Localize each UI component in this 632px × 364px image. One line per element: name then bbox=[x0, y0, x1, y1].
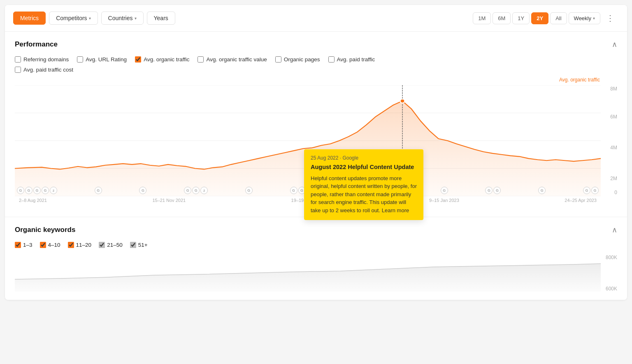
google-update-icon[interactable]: G bbox=[591, 187, 599, 194]
google-update-icon[interactable]: G bbox=[17, 187, 24, 194]
y-label-2m: 2M bbox=[610, 176, 617, 181]
checkbox-avg-url-rating[interactable]: Avg. URL Rating bbox=[77, 56, 127, 63]
organic-keywords-header: Organic keywords ∧ bbox=[15, 225, 617, 234]
google-update-icon[interactable]: G bbox=[245, 187, 253, 194]
checkbox-21-50[interactable]: 21–50 bbox=[99, 242, 123, 248]
y-label-0: 0 bbox=[614, 190, 617, 195]
chevron-down-icon: ▾ bbox=[135, 16, 137, 21]
google-update-icon[interactable]: G bbox=[192, 187, 200, 194]
organic-keywords-title: Organic keywords bbox=[15, 226, 75, 234]
google-update-icon[interactable]: G bbox=[33, 187, 41, 194]
avg-organic-traffic-label: Avg. organic traffic bbox=[559, 77, 600, 83]
tab-competitors[interactable]: Competitors ▾ bbox=[49, 12, 98, 25]
checkbox-avg-paid-traffic[interactable]: Avg. paid traffic bbox=[328, 56, 375, 63]
checkbox-51plus[interactable]: 51+ bbox=[130, 242, 148, 248]
google-update-icon[interactable]: G bbox=[538, 187, 546, 194]
tooltip-body: Helpful content updates promote more ori… bbox=[311, 174, 417, 215]
toolbar: Metrics Competitors ▾ Countries ▾ Years … bbox=[5, 5, 627, 32]
y-label-8m: 8M bbox=[610, 86, 617, 92]
time-1y[interactable]: 1Y bbox=[512, 12, 530, 24]
x-label-jan2023: 9–15 Jan 2023 bbox=[429, 198, 459, 203]
performance-checkboxes-2: Avg. paid traffic cost bbox=[15, 67, 617, 73]
checkbox-4-10[interactable]: 4–10 bbox=[40, 242, 60, 248]
chevron-down-icon: ▾ bbox=[89, 16, 91, 21]
tooltip-title: August 2022 Helpful Content Update bbox=[311, 163, 417, 171]
time-1m[interactable]: 1M bbox=[473, 12, 491, 24]
performance-header: Performance ∧ bbox=[15, 40, 617, 49]
performance-title: Performance bbox=[15, 40, 58, 49]
google-update-icon[interactable]: G bbox=[184, 187, 191, 194]
weekly-dropdown[interactable]: Weekly ▾ bbox=[569, 12, 600, 24]
collapse-keywords-button[interactable]: ∧ bbox=[612, 225, 617, 234]
svg-point-6 bbox=[400, 99, 405, 103]
toolbar-left: Metrics Competitors ▾ Countries ▾ Years bbox=[13, 12, 175, 25]
keywords-chart: 800K 600K bbox=[15, 255, 617, 292]
x-label-apr2023: 24–25 Apr 2023 bbox=[565, 198, 597, 203]
google-update-icon[interactable]: G bbox=[42, 187, 49, 194]
performance-checkboxes: Referring domains Avg. URL Rating Avg. o… bbox=[15, 56, 617, 63]
google-update-icon[interactable]: G bbox=[485, 187, 493, 194]
google-update-icon[interactable]: 2 bbox=[50, 187, 57, 194]
keywords-checkboxes: 1–3 4–10 11–20 21–50 51+ bbox=[15, 242, 617, 248]
google-update-icon[interactable]: G bbox=[441, 187, 448, 194]
checkbox-avg-paid-traffic-cost[interactable]: Avg. paid traffic cost bbox=[15, 67, 73, 73]
kw-y-label-800k: 800K bbox=[606, 255, 617, 260]
google-update-icon[interactable]: G bbox=[583, 187, 590, 194]
y-label-4m: 4M bbox=[610, 145, 617, 151]
google-update-icon[interactable]: G bbox=[25, 187, 33, 194]
x-label-nov2021: 15–21 Nov 2021 bbox=[152, 198, 186, 203]
keywords-chart-svg bbox=[15, 255, 601, 292]
checkbox-avg-organic-traffic-value[interactable]: Avg. organic traffic value bbox=[198, 56, 267, 63]
y-label-6m: 6M bbox=[610, 114, 617, 120]
google-update-icon[interactable]: G bbox=[290, 187, 297, 194]
google-update-icon[interactable]: G bbox=[493, 187, 501, 194]
google-update-icon[interactable]: G bbox=[95, 187, 102, 194]
performance-section: Performance ∧ Referring domains Avg. URL… bbox=[5, 32, 627, 217]
time-all[interactable]: All bbox=[550, 12, 567, 24]
collapse-performance-button[interactable]: ∧ bbox=[612, 40, 617, 49]
tooltip-header: 25 Aug 2022 · Google bbox=[311, 155, 417, 161]
checkbox-referring-domains[interactable]: Referring domains bbox=[15, 56, 69, 63]
time-6m[interactable]: 6M bbox=[493, 12, 511, 24]
toolbar-right: 1M 6M 1Y 2Y All Weekly ▾ ⋮ bbox=[473, 11, 619, 26]
tab-countries[interactable]: Countries ▾ bbox=[101, 12, 144, 25]
tab-years[interactable]: Years bbox=[147, 12, 175, 25]
more-options-button[interactable]: ⋮ bbox=[602, 11, 619, 26]
x-label-aug2021: 2–8 Aug 2021 bbox=[19, 198, 47, 203]
checkbox-organic-pages[interactable]: Organic pages bbox=[275, 56, 320, 63]
google-update-icon[interactable]: G bbox=[139, 187, 146, 194]
checkbox-11-20[interactable]: 11–20 bbox=[68, 242, 92, 248]
checkbox-avg-organic-traffic[interactable]: Avg. organic traffic bbox=[135, 56, 189, 63]
google-update-icon[interactable]: 2 bbox=[200, 187, 208, 194]
kw-y-label-600k: 600K bbox=[606, 286, 617, 292]
chevron-down-icon: ▾ bbox=[593, 16, 595, 21]
performance-chart: Avg. organic traffic 8M 6M 4M 2M 0 bbox=[15, 77, 617, 209]
checkbox-1-3[interactable]: 1–3 bbox=[15, 242, 33, 248]
google-update-tooltip: 25 Aug 2022 · Google August 2022 Helpful… bbox=[304, 149, 423, 220]
tab-metrics[interactable]: Metrics bbox=[13, 12, 46, 25]
time-2y[interactable]: 2Y bbox=[531, 12, 548, 24]
organic-keywords-section: Organic keywords ∧ 1–3 4–10 11–20 21–50 bbox=[5, 217, 627, 300]
